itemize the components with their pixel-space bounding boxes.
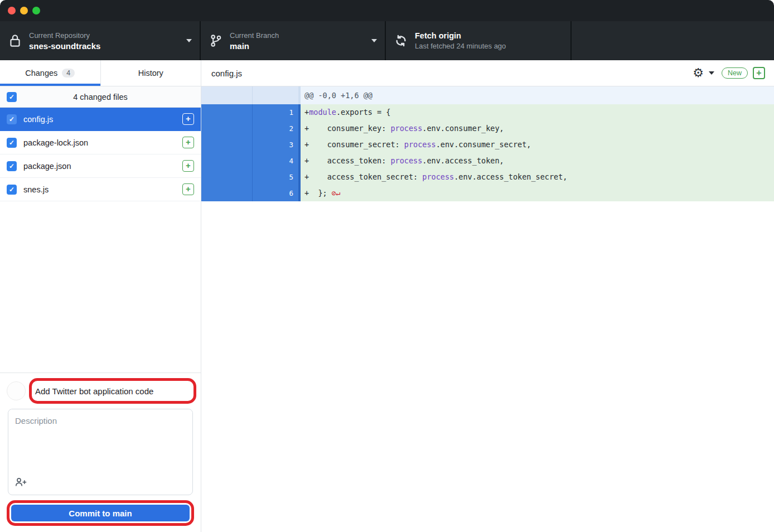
file-list: ✓config.js+✓package-lock.json+✓package.j… bbox=[0, 108, 201, 201]
diff-line-code: + }; ⊘↵ bbox=[301, 185, 774, 201]
new-line-number: 2 bbox=[253, 120, 301, 137]
minimize-button[interactable] bbox=[20, 7, 28, 14]
commit-button-label: Commit to bbox=[69, 509, 112, 518]
file-checkbox[interactable]: ✓ bbox=[7, 114, 17, 124]
hunk-header-row: @@ -0,0 +1,6 @@ bbox=[201, 86, 774, 104]
added-status-icon: + bbox=[182, 137, 194, 148]
fetch-title: Fetch origin bbox=[415, 31, 563, 40]
diff-line-6[interactable]: 6+ }; ⊘↵ bbox=[201, 185, 774, 201]
close-button[interactable] bbox=[8, 7, 16, 14]
sidebar: Changes 4 History ✓ 4 changed files ✓con… bbox=[0, 60, 201, 532]
old-line-number bbox=[201, 137, 253, 153]
file-row-config.js[interactable]: ✓config.js+ bbox=[0, 108, 201, 131]
git-branch-icon bbox=[209, 33, 223, 48]
branch-name: main bbox=[230, 41, 371, 51]
tab-changes-label: Changes bbox=[25, 69, 57, 78]
tab-changes[interactable]: Changes 4 bbox=[0, 60, 100, 86]
fetch-origin-button[interactable]: Fetch origin Last fetched 24 minutes ago bbox=[386, 21, 572, 60]
tab-history[interactable]: History bbox=[100, 60, 201, 86]
file-row-package-lock.json[interactable]: ✓package-lock.json+ bbox=[0, 131, 201, 154]
file-checkbox[interactable]: ✓ bbox=[7, 161, 17, 171]
fetch-subtitle: Last fetched 24 minutes ago bbox=[415, 42, 563, 50]
new-line-number: 4 bbox=[253, 153, 301, 169]
repository-name: snes-soundtracks bbox=[29, 41, 186, 51]
commit-button-branch: main bbox=[113, 509, 132, 518]
diff-lines: 1+module.exports = {2+ consumer_key: pro… bbox=[201, 104, 774, 201]
chevron-down-icon bbox=[371, 39, 377, 42]
new-line-number: 5 bbox=[253, 169, 301, 185]
diff-line-1[interactable]: 1+module.exports = { bbox=[201, 104, 774, 120]
diff-line-4[interactable]: 4+ access_token: process.env.access_toke… bbox=[201, 153, 774, 169]
file-checkbox[interactable]: ✓ bbox=[7, 138, 17, 148]
files-header: ✓ 4 changed files bbox=[0, 86, 201, 108]
diff-file-title: config.js bbox=[211, 69, 693, 78]
new-line-number: 3 bbox=[253, 137, 301, 153]
sidebar-tabs: Changes 4 History bbox=[0, 60, 201, 86]
expand-diff-plus-icon[interactable]: + bbox=[753, 67, 765, 79]
github-desktop-window: Current Repository snes-soundtracks Curr… bbox=[0, 0, 774, 532]
new-file-badge: New bbox=[722, 67, 748, 79]
diff-line-code: +module.exports = { bbox=[301, 104, 774, 120]
add-co-author-icon[interactable] bbox=[15, 477, 27, 489]
chevron-down-icon[interactable] bbox=[709, 71, 714, 75]
changes-count-badge: 4 bbox=[62, 69, 75, 78]
new-line-number: 1 bbox=[253, 104, 301, 120]
diff-header: config.js ⚙ New + bbox=[201, 60, 774, 86]
old-line-number bbox=[201, 169, 253, 185]
added-status-icon: + bbox=[182, 183, 194, 195]
commit-description-input[interactable] bbox=[8, 409, 192, 475]
hunk-gutter-old bbox=[201, 86, 253, 104]
diff-line-2[interactable]: 2+ consumer_key: process.env.consumer_ke… bbox=[201, 120, 774, 137]
sync-icon bbox=[394, 34, 408, 47]
file-name: package.json bbox=[23, 162, 182, 171]
repository-switcher[interactable]: Current Repository snes-soundtracks bbox=[0, 21, 201, 60]
diff-line-5[interactable]: 5+ access_token_secret: process.env.acce… bbox=[201, 169, 774, 185]
diff-pane: config.js ⚙ New + @@ -0,0 +1,6 @@ 1+modu… bbox=[201, 60, 774, 532]
commit-description-box bbox=[8, 409, 193, 495]
old-line-number bbox=[201, 120, 253, 137]
added-status-icon: + bbox=[182, 160, 194, 172]
files-header-label: 4 changed files bbox=[17, 93, 184, 101]
diff-line-code: + access_token_secret: process.env.acces… bbox=[301, 169, 774, 185]
commit-button[interactable]: Commit to main bbox=[11, 505, 190, 521]
hunk-gutter-new bbox=[253, 86, 301, 104]
file-row-snes.js[interactable]: ✓snes.js+ bbox=[0, 178, 201, 201]
tab-history-label: History bbox=[138, 69, 163, 78]
file-name: snes.js bbox=[23, 185, 182, 194]
gear-icon[interactable]: ⚙ bbox=[693, 67, 704, 79]
repository-label: Current Repository bbox=[29, 31, 186, 40]
toolbar: Current Repository snes-soundtracks Curr… bbox=[0, 21, 774, 60]
file-checkbox[interactable]: ✓ bbox=[7, 185, 17, 195]
branch-label: Current Branch bbox=[230, 31, 371, 40]
diff-line-code: + access_token: process.env.access_token… bbox=[301, 153, 774, 169]
commit-summary-input[interactable]: Add Twitter bot application code bbox=[35, 386, 190, 396]
select-all-checkbox[interactable]: ✓ bbox=[7, 92, 17, 102]
diff-view: @@ -0,0 +1,6 @@ 1+module.exports = {2+ c… bbox=[201, 86, 774, 201]
added-status-icon: + bbox=[182, 113, 194, 125]
commit-area: Add Twitter bot application code Commit … bbox=[0, 373, 201, 532]
old-line-number bbox=[201, 153, 253, 169]
hunk-header-text: @@ -0,0 +1,6 @@ bbox=[301, 86, 774, 104]
toolbar-spacer bbox=[572, 21, 774, 60]
annotation-summary-highlight: Add Twitter bot application code bbox=[29, 378, 196, 404]
titlebar bbox=[0, 0, 774, 21]
old-line-number bbox=[201, 185, 253, 201]
avatar bbox=[7, 381, 26, 400]
diff-line-3[interactable]: 3+ consumer_secret: process.env.consumer… bbox=[201, 137, 774, 153]
zoom-button[interactable] bbox=[32, 7, 40, 14]
annotation-commit-highlight: Commit to main bbox=[7, 500, 194, 526]
diff-actions: ⚙ New + bbox=[693, 67, 765, 79]
diff-line-code: + consumer_secret: process.env.consumer_… bbox=[301, 137, 774, 153]
lock-icon bbox=[8, 33, 22, 48]
file-name: package-lock.json bbox=[23, 138, 182, 147]
file-name: config.js bbox=[23, 115, 182, 124]
branch-switcher[interactable]: Current Branch main bbox=[201, 21, 386, 60]
diff-line-code: + consumer_key: process.env.consumer_key… bbox=[301, 120, 774, 137]
new-line-number: 6 bbox=[253, 185, 301, 201]
commit-summary-row: Add Twitter bot application code bbox=[0, 373, 201, 404]
chevron-down-icon bbox=[186, 39, 192, 42]
file-row-package.json[interactable]: ✓package.json+ bbox=[0, 154, 201, 178]
old-line-number bbox=[201, 104, 253, 120]
